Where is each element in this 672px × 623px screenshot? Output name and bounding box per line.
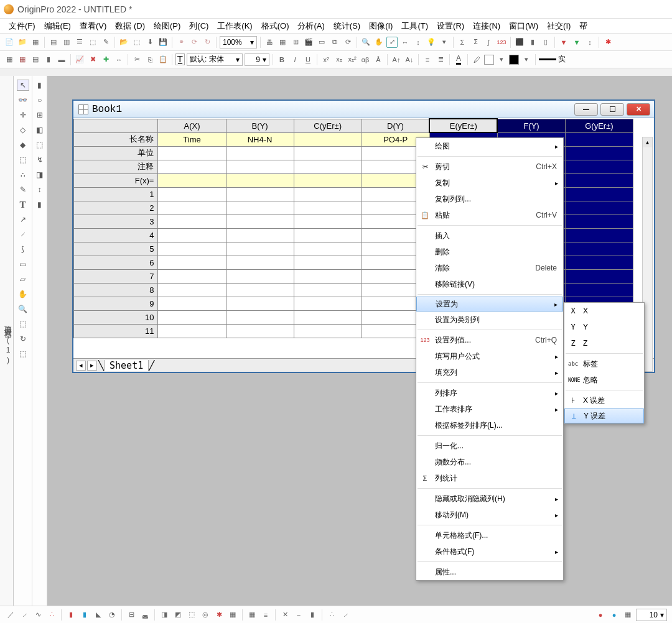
- char-icon[interactable]: Å: [373, 54, 384, 65]
- col-header-A[interactable]: A(X): [158, 119, 226, 132]
- print-icon[interactable]: 🖶: [264, 37, 275, 48]
- line-color-icon[interactable]: 🖊: [471, 54, 482, 65]
- ctx-normalize[interactable]: 归一化...: [416, 438, 563, 454]
- new-graph-icon[interactable]: ▤: [48, 37, 59, 48]
- ctx-clear[interactable]: 清除Delete: [416, 260, 563, 276]
- plot-wire-icon[interactable]: ✱: [213, 609, 225, 621]
- sigma-icon[interactable]: Σ: [457, 37, 468, 48]
- rowhdr-units[interactable]: 单位: [74, 146, 158, 160]
- row-icon[interactable]: ▬: [56, 54, 67, 65]
- bars1-icon[interactable]: ⬛: [514, 37, 525, 48]
- ctx-remove-links[interactable]: 移除链接(V): [416, 276, 563, 292]
- axis2-icon[interactable]: ⊞: [34, 109, 46, 121]
- ctx-paste[interactable]: 📋粘贴Ctrl+V: [416, 207, 563, 223]
- wks3-icon[interactable]: ▤: [30, 54, 41, 65]
- zoom2-tool-icon[interactable]: 🔍: [17, 303, 29, 315]
- tab-prev-button[interactable]: ◂: [76, 361, 86, 371]
- annotation-icon[interactable]: ◆: [17, 139, 29, 150]
- open-icon[interactable]: 📂: [118, 37, 129, 48]
- plot-column-icon[interactable]: ▮: [79, 609, 90, 621]
- red-dot-icon[interactable]: ●: [595, 609, 606, 621]
- glasses-icon[interactable]: 👓: [17, 95, 29, 106]
- plot-line-icon[interactable]: ／: [5, 609, 16, 621]
- ctx-cell-format[interactable]: 单元格格式(F)...: [416, 527, 563, 543]
- zoom-tool-icon[interactable]: 🔍: [360, 37, 371, 48]
- bars3-icon[interactable]: ▯: [540, 37, 551, 48]
- ctx-fill-user-formula[interactable]: 填写用户公式▸: [416, 348, 563, 364]
- plot-pie-icon[interactable]: ◔: [106, 609, 118, 621]
- menu-data[interactable]: 数据 (D): [111, 19, 149, 33]
- plot-scatter-icon[interactable]: ∴: [46, 609, 57, 621]
- scale-icon[interactable]: ↕: [34, 184, 46, 195]
- ctx-properties[interactable]: 属性...: [416, 564, 563, 580]
- font-inc-icon[interactable]: A↑: [391, 54, 402, 65]
- ctx-column-statistics[interactable]: Σ列统计: [416, 470, 563, 486]
- rect-tool-icon[interactable]: ▭: [17, 259, 29, 270]
- ctx-sort-column[interactable]: 列排序▸: [416, 385, 563, 401]
- fill-color-swatch[interactable]: [484, 55, 494, 65]
- duplicate-icon[interactable]: ⧉: [329, 37, 340, 48]
- insert-obj-icon[interactable]: ⬚: [17, 318, 29, 330]
- integral-icon[interactable]: ∫: [483, 37, 494, 48]
- plot-box-icon[interactable]: ⊟: [126, 609, 137, 621]
- dropdown-icon[interactable]: ▾: [439, 37, 450, 48]
- subsup-icon[interactable]: x₂²: [347, 54, 358, 65]
- new-folder-icon[interactable]: 📁: [17, 37, 28, 48]
- line-style-preview[interactable]: [539, 58, 556, 60]
- ctx-sort-by-label[interactable]: 根据标签列排序(L)...: [416, 417, 563, 433]
- sup-icon[interactable]: x²: [320, 54, 332, 65]
- workbook-titlebar[interactable]: Book1 ✕: [73, 101, 654, 118]
- plot-spline-icon[interactable]: ∿: [32, 609, 44, 621]
- menu-preferences[interactable]: 设置(R): [433, 19, 468, 33]
- plot-3d3-icon[interactable]: ⬚: [186, 609, 197, 621]
- sort-icon[interactable]: ↕: [584, 37, 595, 48]
- refresh-icon[interactable]: ⟳: [342, 37, 353, 48]
- layer-icon[interactable]: ◧: [34, 124, 46, 136]
- ctx-copy-cols-to[interactable]: 复制列到...: [416, 191, 563, 207]
- col-header-D[interactable]: D(Y): [362, 119, 429, 132]
- filter-icon[interactable]: ▼: [558, 37, 569, 48]
- new-workbook-icon[interactable]: ▦: [30, 37, 41, 48]
- col-header-F[interactable]: F(Y): [497, 119, 565, 132]
- longname-G[interactable]: [565, 132, 633, 146]
- font-dec-icon[interactable]: A↓: [404, 54, 415, 65]
- wks-icon[interactable]: ▦: [4, 54, 15, 65]
- greek-icon[interactable]: αβ: [360, 54, 371, 65]
- blue-dot-icon[interactable]: ●: [609, 609, 620, 621]
- plot-area-icon[interactable]: ◣: [93, 609, 104, 621]
- plot-density-icon[interactable]: ◛: [139, 609, 151, 621]
- plot-3d2-icon[interactable]: ◩: [172, 609, 184, 621]
- menu-tools[interactable]: 工具(T): [398, 19, 432, 33]
- ctx-cut[interactable]: ✂剪切Ctrl+X: [416, 159, 563, 175]
- rowhdr-fx[interactable]: F(x)=: [74, 173, 158, 187]
- scroll-up-icon[interactable]: ▴: [643, 137, 652, 147]
- wks2-icon[interactable]: ▦: [17, 54, 28, 65]
- extract-icon[interactable]: ↯: [34, 154, 46, 165]
- fontsize-combo[interactable]: 9▾: [245, 53, 269, 66]
- align-c-icon[interactable]: ≣: [435, 54, 446, 65]
- sb-bars-icon[interactable]: ▮: [307, 609, 318, 621]
- movie-icon[interactable]: 🎬: [303, 37, 314, 48]
- slide-icon[interactable]: ▭: [316, 37, 327, 48]
- menu-window[interactable]: 窗口(W): [505, 19, 542, 33]
- plot-3d1-icon[interactable]: ◨: [159, 609, 170, 621]
- col-header-E[interactable]: E(yEr±): [429, 119, 497, 132]
- sub-set-y[interactable]: YY: [564, 319, 644, 335]
- draw-data-icon[interactable]: ✎: [17, 184, 29, 195]
- star-icon[interactable]: ✱: [602, 37, 614, 48]
- table-icon[interactable]: ▦: [277, 37, 288, 48]
- sb-scatter2-icon[interactable]: ∴: [326, 609, 337, 621]
- sigma2-icon[interactable]: Σ̄: [470, 37, 481, 48]
- new-layout-icon[interactable]: ⬚: [87, 37, 98, 48]
- grid-view-icon[interactable]: ▦: [622, 609, 633, 621]
- hand-tool-icon[interactable]: ✋: [17, 288, 29, 300]
- sb-line2-icon[interactable]: ⟋: [340, 609, 351, 621]
- new-matrix-icon[interactable]: ▥: [61, 37, 72, 48]
- menu-plot[interactable]: 绘图(P): [150, 19, 184, 33]
- plot-line2-icon[interactable]: ⟋: [19, 609, 30, 621]
- ctx-set-column-values[interactable]: 123设置列值...Ctrl+Q: [416, 332, 563, 348]
- ctx-insert[interactable]: 插入: [416, 228, 563, 244]
- ctx-set-as[interactable]: 设置为▸: [416, 297, 563, 312]
- menu-format[interactable]: 格式(O): [258, 19, 293, 33]
- new-notes-icon[interactable]: ✎: [100, 37, 111, 48]
